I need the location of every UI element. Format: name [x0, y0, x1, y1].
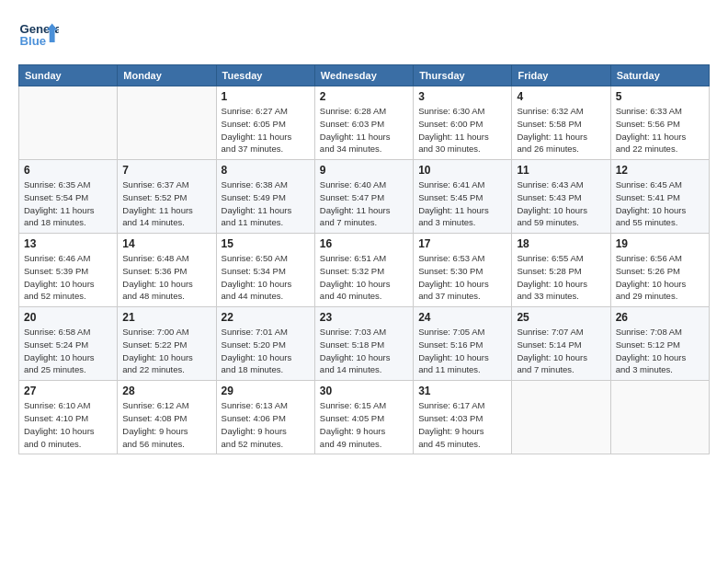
day-info: Sunrise: 7:00 AM Sunset: 5:22 PM Dayligh…: [122, 326, 210, 376]
day-info: Sunrise: 7:07 AM Sunset: 5:14 PM Dayligh…: [517, 326, 605, 376]
day-number: 9: [320, 164, 408, 177]
day-info: Sunrise: 6:40 AM Sunset: 5:47 PM Dayligh…: [320, 178, 408, 229]
page: General Blue SundayMondayTuesdayWednesda…: [0, 0, 728, 464]
week-row-4: 20Sunrise: 6:58 AM Sunset: 5:24 PM Dayli…: [19, 307, 710, 381]
day-number: 21: [122, 311, 210, 324]
calendar-cell: 21Sunrise: 7:00 AM Sunset: 5:22 PM Dayli…: [118, 307, 216, 381]
day-number: 7: [122, 164, 210, 177]
week-row-1: 1Sunrise: 6:27 AM Sunset: 6:05 PM Daylig…: [19, 86, 710, 160]
day-info: Sunrise: 6:58 AM Sunset: 5:24 PM Dayligh…: [24, 326, 112, 376]
day-info: Sunrise: 6:13 AM Sunset: 4:06 PM Dayligh…: [222, 399, 310, 450]
calendar-cell: 4Sunrise: 6:32 AM Sunset: 5:58 PM Daylig…: [512, 86, 610, 160]
day-info: Sunrise: 7:05 AM Sunset: 5:16 PM Dayligh…: [418, 326, 506, 376]
day-number: 5: [616, 90, 704, 103]
day-info: Sunrise: 6:12 AM Sunset: 4:08 PM Dayligh…: [122, 399, 210, 450]
logo-icon: General Blue: [18, 15, 59, 55]
calendar-cell: 13Sunrise: 6:46 AM Sunset: 5:39 PM Dayli…: [19, 234, 118, 307]
calendar-cell: 14Sunrise: 6:48 AM Sunset: 5:36 PM Dayli…: [118, 234, 216, 307]
calendar-cell: 9Sunrise: 6:40 AM Sunset: 5:47 PM Daylig…: [314, 160, 413, 234]
calendar-cell: 15Sunrise: 6:50 AM Sunset: 5:34 PM Dayli…: [216, 234, 314, 307]
day-number: 31: [418, 385, 506, 397]
day-info: Sunrise: 6:15 AM Sunset: 4:05 PM Dayligh…: [320, 399, 408, 450]
day-number: 22: [222, 311, 310, 324]
day-info: Sunrise: 6:28 AM Sunset: 6:03 PM Dayligh…: [320, 105, 408, 155]
calendar-cell: 6Sunrise: 6:35 AM Sunset: 5:54 PM Daylig…: [19, 160, 118, 234]
calendar-cell: 1Sunrise: 6:27 AM Sunset: 6:05 PM Daylig…: [216, 86, 314, 160]
weekday-header-row: SundayMondayTuesdayWednesdayThursdayFrid…: [19, 65, 710, 86]
calendar-cell: 7Sunrise: 6:37 AM Sunset: 5:52 PM Daylig…: [118, 160, 216, 234]
day-info: Sunrise: 6:35 AM Sunset: 5:54 PM Dayligh…: [24, 178, 112, 229]
calendar-cell: 3Sunrise: 6:30 AM Sunset: 6:00 PM Daylig…: [414, 86, 512, 160]
day-number: 1: [222, 90, 310, 103]
day-number: 10: [418, 164, 506, 177]
calendar-cell: 2Sunrise: 6:28 AM Sunset: 6:03 PM Daylig…: [314, 86, 413, 160]
day-info: Sunrise: 6:51 AM Sunset: 5:32 PM Dayligh…: [320, 252, 408, 303]
weekday-header-saturday: Saturday: [610, 65, 709, 86]
day-info: Sunrise: 6:45 AM Sunset: 5:41 PM Dayligh…: [616, 178, 704, 229]
calendar-cell: 16Sunrise: 6:51 AM Sunset: 5:32 PM Dayli…: [314, 234, 413, 307]
day-info: Sunrise: 6:48 AM Sunset: 5:36 PM Dayligh…: [122, 252, 210, 303]
day-info: Sunrise: 7:03 AM Sunset: 5:18 PM Dayligh…: [320, 326, 408, 376]
calendar-cell: 31Sunrise: 6:17 AM Sunset: 4:03 PM Dayli…: [414, 381, 512, 454]
weekday-header-monday: Monday: [118, 65, 216, 86]
day-number: 19: [616, 237, 704, 250]
day-number: 12: [616, 164, 704, 177]
weekday-header-wednesday: Wednesday: [314, 65, 413, 86]
day-info: Sunrise: 6:33 AM Sunset: 5:56 PM Dayligh…: [616, 105, 704, 155]
day-info: Sunrise: 6:55 AM Sunset: 5:28 PM Dayligh…: [517, 252, 605, 303]
week-row-3: 13Sunrise: 6:46 AM Sunset: 5:39 PM Dayli…: [19, 234, 710, 307]
calendar-cell: 5Sunrise: 6:33 AM Sunset: 5:56 PM Daylig…: [610, 86, 709, 160]
day-info: Sunrise: 6:27 AM Sunset: 6:05 PM Dayligh…: [222, 105, 310, 155]
weekday-header-thursday: Thursday: [414, 65, 512, 86]
weekday-header-friday: Friday: [512, 65, 610, 86]
day-number: 14: [122, 237, 210, 250]
svg-text:Blue: Blue: [19, 34, 46, 48]
day-info: Sunrise: 6:50 AM Sunset: 5:34 PM Dayligh…: [222, 252, 310, 303]
day-number: 6: [24, 164, 112, 177]
day-info: Sunrise: 7:08 AM Sunset: 5:12 PM Dayligh…: [616, 326, 704, 376]
calendar-cell: 30Sunrise: 6:15 AM Sunset: 4:05 PM Dayli…: [314, 381, 413, 454]
calendar-cell: [610, 381, 709, 454]
day-number: 11: [517, 164, 605, 177]
calendar-cell: 28Sunrise: 6:12 AM Sunset: 4:08 PM Dayli…: [118, 381, 216, 454]
day-number: 20: [24, 311, 112, 324]
day-info: Sunrise: 6:41 AM Sunset: 5:45 PM Dayligh…: [418, 178, 506, 229]
day-number: 2: [320, 90, 408, 103]
week-row-2: 6Sunrise: 6:35 AM Sunset: 5:54 PM Daylig…: [19, 160, 710, 234]
calendar-cell: [512, 381, 610, 454]
day-number: 27: [24, 385, 112, 397]
day-info: Sunrise: 6:30 AM Sunset: 6:00 PM Dayligh…: [418, 105, 506, 155]
calendar-cell: 22Sunrise: 7:01 AM Sunset: 5:20 PM Dayli…: [216, 307, 314, 381]
day-number: 23: [320, 311, 408, 324]
day-number: 16: [320, 237, 408, 250]
calendar-cell: 17Sunrise: 6:53 AM Sunset: 5:30 PM Dayli…: [414, 234, 512, 307]
calendar-cell: 19Sunrise: 6:56 AM Sunset: 5:26 PM Dayli…: [610, 234, 709, 307]
weekday-header-tuesday: Tuesday: [216, 65, 314, 86]
calendar-cell: 8Sunrise: 6:38 AM Sunset: 5:49 PM Daylig…: [216, 160, 314, 234]
calendar-cell: 29Sunrise: 6:13 AM Sunset: 4:06 PM Dayli…: [216, 381, 314, 454]
day-number: 4: [517, 90, 605, 103]
day-info: Sunrise: 7:01 AM Sunset: 5:20 PM Dayligh…: [222, 326, 310, 376]
calendar-cell: 25Sunrise: 7:07 AM Sunset: 5:14 PM Dayli…: [512, 307, 610, 381]
day-info: Sunrise: 6:37 AM Sunset: 5:52 PM Dayligh…: [122, 178, 210, 229]
day-number: 18: [517, 237, 605, 250]
day-number: 24: [418, 311, 506, 324]
day-info: Sunrise: 6:32 AM Sunset: 5:58 PM Dayligh…: [517, 105, 605, 155]
week-row-5: 27Sunrise: 6:10 AM Sunset: 4:10 PM Dayli…: [19, 381, 710, 454]
day-number: 15: [222, 237, 310, 250]
day-info: Sunrise: 6:17 AM Sunset: 4:03 PM Dayligh…: [418, 399, 506, 450]
day-info: Sunrise: 6:10 AM Sunset: 4:10 PM Dayligh…: [24, 399, 112, 450]
day-number: 25: [517, 311, 605, 324]
day-info: Sunrise: 6:38 AM Sunset: 5:49 PM Dayligh…: [222, 178, 310, 229]
calendar-cell: 20Sunrise: 6:58 AM Sunset: 5:24 PM Dayli…: [19, 307, 118, 381]
day-info: Sunrise: 6:43 AM Sunset: 5:43 PM Dayligh…: [517, 178, 605, 229]
day-info: Sunrise: 6:53 AM Sunset: 5:30 PM Dayligh…: [418, 252, 506, 303]
calendar-table: SundayMondayTuesdayWednesdayThursdayFrid…: [18, 64, 710, 454]
day-number: 3: [418, 90, 506, 103]
calendar-cell: 24Sunrise: 7:05 AM Sunset: 5:16 PM Dayli…: [414, 307, 512, 381]
header: General Blue: [18, 15, 710, 55]
calendar-cell: 23Sunrise: 7:03 AM Sunset: 5:18 PM Dayli…: [314, 307, 413, 381]
day-info: Sunrise: 6:56 AM Sunset: 5:26 PM Dayligh…: [616, 252, 704, 303]
day-number: 26: [616, 311, 704, 324]
day-number: 8: [222, 164, 310, 177]
